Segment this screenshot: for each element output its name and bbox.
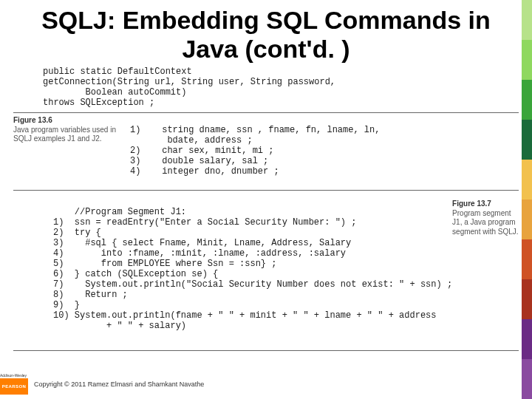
divider-3 [13,350,519,351]
addison-wesley-label: Addison-Wesley [0,374,27,378]
divider-1 [13,112,519,113]
figure-13-6-text: Java program variables used in SQLJ exam… [13,126,116,143]
figure-13-6-label: Figure 13.6 [13,116,124,126]
pearson-logo: PEARSON [0,378,28,395]
figure-13-7: //Program Segment J1: 1) ssn = readEntry… [13,198,519,340]
figure-13-7-caption: Figure 13.7 Program segment J1, a Java p… [452,200,519,340]
publisher-logo-wrap: Addison-Wesley PEARSON [0,374,28,395]
copyright-text: Copyright © 2011 Ramez Elmasri and Shamk… [34,381,204,388]
figure-13-6: Figure 13.6 Java program variables used … [13,116,519,185]
divider-2 [13,190,519,191]
decorative-stripe [522,0,532,399]
code-getconnection: public static DefaultContext getConnecti… [43,66,532,108]
figure-13-6-caption: Figure 13.6 Java program variables used … [13,116,124,185]
code-variable-decls: 1) string dname, ssn , fname, fn, lname,… [130,125,380,177]
code-program-j1: //Program Segment J1: 1) ssn = readEntry… [53,207,452,331]
figure-13-7-label: Figure 13.7 [452,200,519,209]
figure-13-7-text: Program segment J1, a Java program segme… [452,209,518,236]
slide-title: SQLJ: Embedding SQL Commands in Java (co… [15,6,517,64]
pearson-logo-text: PEARSON [2,384,26,389]
footer: Addison-Wesley PEARSON Copyright © 2011 … [0,374,522,395]
